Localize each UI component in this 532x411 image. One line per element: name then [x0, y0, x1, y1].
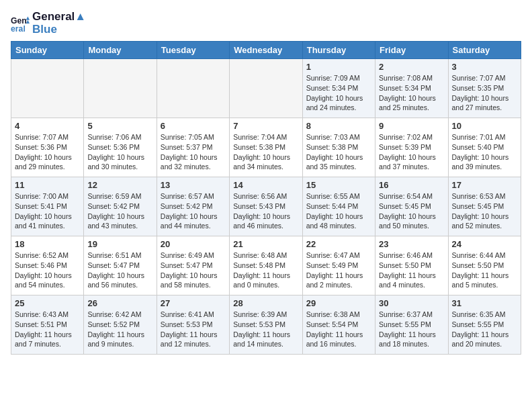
- day-info: Sunrise: 6:51 AMSunset: 5:47 PMDaylight:…: [87, 250, 152, 290]
- calendar-cell: 8Sunrise: 7:03 AMSunset: 5:38 PMDaylight…: [302, 118, 375, 177]
- page-header: Gen eral General▲ Blue: [11, 11, 521, 36]
- day-info: Sunrise: 6:41 AMSunset: 5:53 PMDaylight:…: [161, 310, 226, 349]
- calendar-cell: 26Sunrise: 6:42 AMSunset: 5:52 PMDayligh…: [84, 295, 157, 355]
- logo-icon: Gen eral: [11, 14, 30, 33]
- calendar-cell: 9Sunrise: 7:02 AMSunset: 5:39 PMDaylight…: [375, 118, 448, 177]
- calendar-cell: 30Sunrise: 6:37 AMSunset: 5:55 PMDayligh…: [375, 295, 448, 355]
- calendar-cell: 18Sunrise: 6:52 AMSunset: 5:46 PMDayligh…: [11, 236, 84, 295]
- day-info: Sunrise: 6:38 AMSunset: 5:54 PMDaylight:…: [306, 310, 371, 349]
- day-info: Sunrise: 6:53 AMSunset: 5:45 PMDaylight:…: [452, 191, 517, 231]
- day-info: Sunrise: 6:47 AMSunset: 5:49 PMDaylight:…: [306, 250, 371, 290]
- weekday-header-sunday: Sunday: [11, 42, 84, 59]
- calendar-cell: 2Sunrise: 7:08 AMSunset: 5:34 PMDaylight…: [375, 59, 448, 118]
- weekday-header-tuesday: Tuesday: [157, 42, 229, 59]
- day-info: Sunrise: 6:42 AMSunset: 5:52 PMDaylight:…: [87, 310, 152, 349]
- day-number: 3: [452, 62, 517, 72]
- day-number: 1: [306, 62, 371, 72]
- calendar-cell: 21Sunrise: 6:48 AMSunset: 5:48 PMDayligh…: [230, 236, 302, 295]
- weekday-header-row: SundayMondayTuesdayWednesdayThursdayFrid…: [11, 42, 521, 59]
- week-row-3: 11Sunrise: 7:00 AMSunset: 5:41 PMDayligh…: [11, 177, 521, 236]
- day-info: Sunrise: 7:07 AMSunset: 5:36 PMDaylight:…: [15, 132, 80, 172]
- calendar-cell: 29Sunrise: 6:38 AMSunset: 5:54 PMDayligh…: [302, 295, 375, 355]
- calendar-cell: 19Sunrise: 6:51 AMSunset: 5:47 PMDayligh…: [84, 236, 157, 295]
- day-number: 15: [306, 180, 371, 190]
- day-info: Sunrise: 6:54 AMSunset: 5:45 PMDaylight:…: [379, 191, 444, 231]
- day-number: 4: [15, 121, 80, 131]
- day-info: Sunrise: 7:09 AMSunset: 5:34 PMDaylight:…: [306, 73, 371, 113]
- calendar-cell: 22Sunrise: 6:47 AMSunset: 5:49 PMDayligh…: [302, 236, 375, 295]
- day-number: 10: [452, 121, 517, 131]
- calendar-cell: 23Sunrise: 6:46 AMSunset: 5:50 PMDayligh…: [375, 236, 448, 295]
- calendar-cell: 31Sunrise: 6:35 AMSunset: 5:55 PMDayligh…: [448, 295, 521, 355]
- calendar-cell: [84, 59, 157, 118]
- day-info: Sunrise: 6:44 AMSunset: 5:50 PMDaylight:…: [452, 250, 517, 290]
- weekday-header-monday: Monday: [84, 42, 157, 59]
- day-info: Sunrise: 6:59 AMSunset: 5:42 PMDaylight:…: [87, 191, 152, 231]
- calendar-cell: 14Sunrise: 6:56 AMSunset: 5:43 PMDayligh…: [230, 177, 302, 236]
- calendar-cell: 24Sunrise: 6:44 AMSunset: 5:50 PMDayligh…: [448, 236, 521, 295]
- calendar-cell: [11, 59, 84, 118]
- day-number: 6: [161, 121, 226, 131]
- day-number: 7: [233, 121, 298, 131]
- day-info: Sunrise: 6:52 AMSunset: 5:46 PMDaylight:…: [15, 250, 80, 290]
- calendar-cell: 3Sunrise: 7:07 AMSunset: 5:35 PMDaylight…: [448, 59, 521, 118]
- week-row-1: 1Sunrise: 7:09 AMSunset: 5:34 PMDaylight…: [11, 59, 521, 118]
- calendar-cell: 13Sunrise: 6:57 AMSunset: 5:42 PMDayligh…: [157, 177, 229, 236]
- calendar-cell: [230, 59, 302, 118]
- day-number: 30: [379, 298, 444, 308]
- calendar-cell: 12Sunrise: 6:59 AMSunset: 5:42 PMDayligh…: [84, 177, 157, 236]
- day-info: Sunrise: 7:03 AMSunset: 5:38 PMDaylight:…: [306, 132, 371, 172]
- day-number: 25: [15, 298, 80, 308]
- calendar-cell: 27Sunrise: 6:41 AMSunset: 5:53 PMDayligh…: [157, 295, 229, 355]
- logo-text-line2: Blue: [32, 24, 86, 36]
- day-number: 24: [452, 239, 517, 249]
- day-number: 29: [306, 298, 371, 308]
- day-info: Sunrise: 6:56 AMSunset: 5:43 PMDaylight:…: [233, 191, 298, 231]
- week-row-5: 25Sunrise: 6:43 AMSunset: 5:51 PMDayligh…: [11, 295, 521, 355]
- calendar-cell: 16Sunrise: 6:54 AMSunset: 5:45 PMDayligh…: [375, 177, 448, 236]
- day-info: Sunrise: 7:07 AMSunset: 5:35 PMDaylight:…: [452, 73, 517, 113]
- weekday-header-wednesday: Wednesday: [230, 42, 302, 59]
- calendar-cell: 5Sunrise: 7:06 AMSunset: 5:36 PMDaylight…: [84, 118, 157, 177]
- week-row-4: 18Sunrise: 6:52 AMSunset: 5:46 PMDayligh…: [11, 236, 521, 295]
- day-number: 31: [452, 298, 517, 308]
- day-number: 11: [15, 180, 80, 190]
- day-number: 9: [379, 121, 444, 131]
- day-info: Sunrise: 6:37 AMSunset: 5:55 PMDaylight:…: [379, 310, 444, 349]
- day-number: 27: [161, 298, 226, 308]
- day-number: 21: [233, 239, 298, 249]
- calendar-cell: 20Sunrise: 6:49 AMSunset: 5:47 PMDayligh…: [157, 236, 229, 295]
- day-number: 18: [15, 239, 80, 249]
- day-info: Sunrise: 7:02 AMSunset: 5:39 PMDaylight:…: [379, 132, 444, 172]
- day-info: Sunrise: 6:57 AMSunset: 5:42 PMDaylight:…: [161, 191, 226, 231]
- day-number: 17: [452, 180, 517, 190]
- day-number: 5: [87, 121, 152, 131]
- day-number: 23: [379, 239, 444, 249]
- day-info: Sunrise: 7:01 AMSunset: 5:40 PMDaylight:…: [452, 132, 517, 172]
- week-row-2: 4Sunrise: 7:07 AMSunset: 5:36 PMDaylight…: [11, 118, 521, 177]
- calendar-cell: 15Sunrise: 6:55 AMSunset: 5:44 PMDayligh…: [302, 177, 375, 236]
- day-number: 22: [306, 239, 371, 249]
- calendar-cell: 6Sunrise: 7:05 AMSunset: 5:37 PMDaylight…: [157, 118, 229, 177]
- weekday-header-saturday: Saturday: [448, 42, 521, 59]
- logo: Gen eral General▲ Blue: [11, 11, 86, 36]
- day-info: Sunrise: 6:49 AMSunset: 5:47 PMDaylight:…: [161, 250, 226, 290]
- day-number: 12: [87, 180, 152, 190]
- calendar-cell: 17Sunrise: 6:53 AMSunset: 5:45 PMDayligh…: [448, 177, 521, 236]
- day-info: Sunrise: 6:48 AMSunset: 5:48 PMDaylight:…: [233, 250, 298, 290]
- weekday-header-thursday: Thursday: [302, 42, 375, 59]
- calendar-cell: 11Sunrise: 7:00 AMSunset: 5:41 PMDayligh…: [11, 177, 84, 236]
- day-number: 13: [161, 180, 226, 190]
- day-info: Sunrise: 7:04 AMSunset: 5:38 PMDaylight:…: [233, 132, 298, 172]
- day-number: 14: [233, 180, 298, 190]
- day-number: 28: [233, 298, 298, 308]
- svg-text:eral: eral: [11, 24, 26, 33]
- day-number: 20: [161, 239, 226, 249]
- calendar-cell: 7Sunrise: 7:04 AMSunset: 5:38 PMDaylight…: [230, 118, 302, 177]
- day-info: Sunrise: 6:39 AMSunset: 5:53 PMDaylight:…: [233, 310, 298, 349]
- calendar-cell: 1Sunrise: 7:09 AMSunset: 5:34 PMDaylight…: [302, 59, 375, 118]
- day-info: Sunrise: 7:05 AMSunset: 5:37 PMDaylight:…: [161, 132, 226, 172]
- calendar-cell: 10Sunrise: 7:01 AMSunset: 5:40 PMDayligh…: [448, 118, 521, 177]
- day-number: 26: [87, 298, 152, 308]
- calendar-table: SundayMondayTuesdayWednesdayThursdayFrid…: [11, 41, 521, 355]
